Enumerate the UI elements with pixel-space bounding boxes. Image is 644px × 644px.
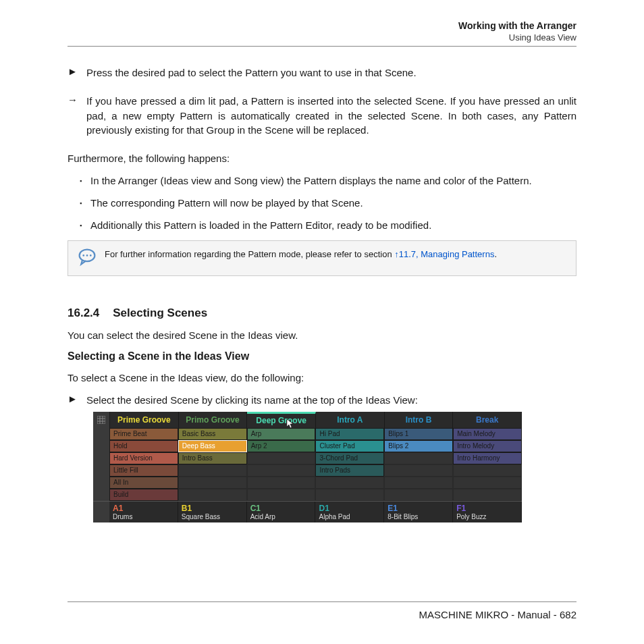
bullet-icon: ▪ [80, 218, 90, 232]
group-name: Acid Arp [250, 513, 312, 520]
cursor-icon [287, 419, 295, 431]
info-post: . [494, 249, 497, 259]
pattern-cell[interactable]: Arp [247, 428, 316, 440]
pattern-cell[interactable]: Arp 2 [247, 440, 316, 452]
paragraph: Furthermore, the following happens: [68, 151, 576, 165]
header-title: Working with the Arranger [68, 20, 576, 31]
info-callout: For further information regarding the Pa… [68, 240, 576, 276]
group-cell[interactable]: C1Acid Arp [247, 502, 316, 522]
grid-toggle-button[interactable] [93, 412, 110, 428]
svg-point-3 [90, 254, 92, 257]
pattern-cell[interactable]: Hard Version [109, 452, 178, 464]
pattern-cell[interactable]: Deep Bass [178, 440, 247, 452]
group-id: E1 [387, 504, 449, 513]
pattern-cell[interactable]: Cluster Pad [315, 440, 384, 452]
pattern-cell[interactable]: Hi Pad [315, 428, 384, 440]
pattern-cell[interactable]: All In [109, 477, 178, 489]
pattern-cell[interactable]: Intro Bass [178, 452, 247, 464]
pattern-cell[interactable]: Intro Harmony [453, 452, 522, 464]
group-name: Square Bass [182, 513, 243, 520]
group-name: Poly Buzz [456, 513, 518, 520]
group-cell[interactable]: A1Drums [109, 502, 178, 522]
step-text: Press the desired pad to select the Patt… [86, 65, 576, 80]
group-cell[interactable]: D1Alpha Pad [315, 502, 384, 522]
info-pre: For further information regarding the Pa… [105, 249, 394, 259]
speech-bubble-icon [78, 248, 105, 269]
group-id: D1 [319, 504, 380, 513]
group-id: C1 [250, 504, 312, 513]
group-id: F1 [456, 504, 518, 513]
scene-header[interactable]: Intro A [316, 412, 385, 428]
pattern-cell [453, 464, 522, 477]
ideas-view-screenshot: Prime GroovePrimo GrooveDeep GrooveIntro… [93, 412, 522, 522]
page-header: Working with the Arranger Using Ideas Vi… [68, 20, 576, 47]
instruction-step: ► Select the desired Scene by clicking i… [68, 393, 576, 408]
scene-header[interactable]: Primo Groove [179, 412, 248, 428]
bullet-text: In the Arranger (Ideas view and Song vie… [90, 173, 576, 188]
pattern-cell [247, 452, 316, 464]
pattern-cell [178, 477, 247, 489]
svg-point-2 [86, 254, 88, 257]
result-step: → If you have pressed a dim lit pad, a P… [68, 94, 576, 138]
scene-header[interactable]: Deep Groove [247, 412, 316, 428]
page-footer: MASCHINE MIKRO - Manual - 682 [68, 601, 576, 620]
bullet-item: ▪ The corresponding Pattern will now be … [80, 196, 576, 210]
pattern-cell [247, 489, 316, 501]
info-text: For further information regarding the Pa… [105, 248, 497, 261]
pattern-cell[interactable]: Little Fill [109, 464, 178, 477]
pattern-cell [178, 464, 247, 477]
group-name: Drums [113, 513, 174, 520]
pattern-cell [247, 464, 316, 477]
arrow-icon: → [68, 94, 86, 138]
pattern-cell[interactable]: Build [109, 489, 178, 501]
pattern-cell [384, 452, 453, 464]
bullet-text: The corresponding Pattern will now be pl… [90, 196, 576, 210]
scene-header[interactable]: Prime Groove [110, 412, 179, 428]
pattern-cell[interactable]: 3-Chord Pad [315, 452, 384, 464]
pattern-cell[interactable]: Basic Bass [178, 428, 247, 440]
pattern-cell[interactable]: Hold [109, 440, 178, 452]
pattern-cell[interactable]: Intro Melody [453, 440, 522, 452]
pattern-cell [384, 477, 453, 489]
pattern-cell[interactable]: Blips 1 [384, 428, 453, 440]
step-text: Select the desired Scene by clicking its… [86, 393, 576, 408]
group-cell[interactable]: B1Square Bass [178, 502, 247, 522]
pattern-cell [453, 477, 522, 489]
section-number: 16.2.4 [68, 306, 99, 319]
section-title: Selecting Scenes [113, 306, 207, 319]
pattern-cell[interactable]: Blips 2 [384, 440, 453, 452]
group-id: B1 [182, 504, 243, 513]
scene-header[interactable]: Break [453, 412, 522, 428]
pattern-cell [315, 477, 384, 489]
pattern-cell [247, 477, 316, 489]
group-cell[interactable]: F1Poly Buzz [453, 502, 522, 522]
pattern-cell [384, 464, 453, 477]
step-text: If you have pressed a dim lit pad, a Pat… [86, 94, 576, 138]
bullet-icon: ▪ [80, 173, 90, 188]
svg-rect-4 [97, 416, 105, 424]
section-heading: 16.2.4Selecting Scenes [68, 306, 576, 320]
group-cell[interactable]: E18-Bit Blips [384, 502, 453, 522]
pattern-cell [384, 489, 453, 501]
group-name: 8-Bit Blips [387, 513, 449, 520]
pattern-cell [453, 489, 522, 501]
info-link[interactable]: ↑11.7, Managing Patterns [394, 249, 494, 259]
pattern-cell [315, 489, 384, 501]
subsection-heading: Selecting a Scene in the Ideas View [68, 350, 576, 363]
instruction-step: ► Press the desired pad to select the Pa… [68, 65, 576, 80]
pattern-cell[interactable]: Prime Beat [109, 428, 178, 440]
pattern-cell[interactable]: Intro Pads [315, 464, 384, 477]
play-icon: ► [68, 393, 86, 408]
bullet-item: ▪ In the Arranger (Ideas view and Song v… [80, 173, 576, 188]
bullet-icon: ▪ [80, 196, 90, 210]
bullet-item: ▪ Additionally this Pattern is loaded in… [80, 218, 576, 232]
scene-header[interactable]: Intro B [385, 412, 454, 428]
paragraph: To select a Scene in the Ideas view, do … [68, 371, 576, 385]
group-name: Alpha Pad [319, 513, 380, 520]
svg-point-1 [82, 254, 84, 257]
pattern-cell [178, 489, 247, 501]
pattern-cell[interactable]: Main Melody [453, 428, 522, 440]
play-icon: ► [68, 65, 86, 80]
group-id: A1 [113, 504, 174, 513]
bullet-text: Additionally this Pattern is loaded in t… [90, 218, 576, 232]
